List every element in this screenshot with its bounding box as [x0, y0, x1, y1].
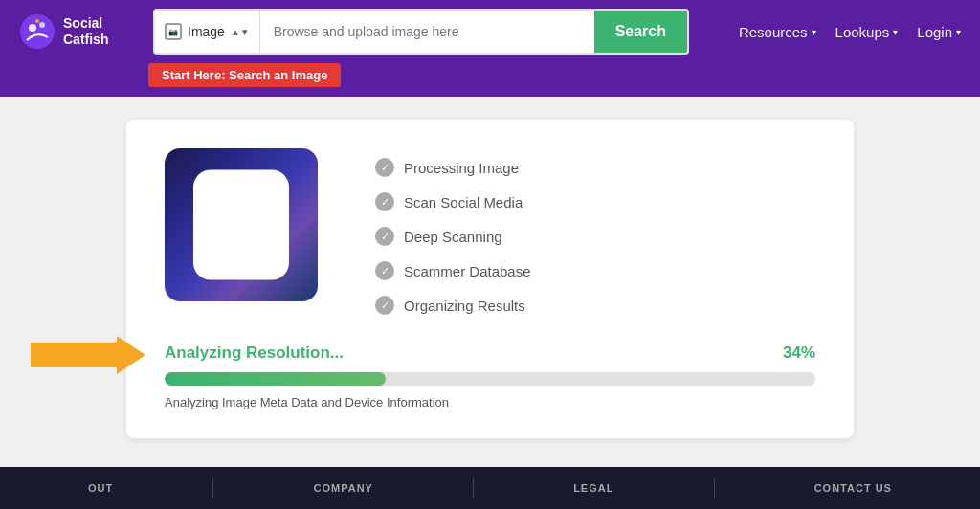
progress-bar-fill: [165, 372, 386, 386]
arrow-shape: [31, 336, 145, 374]
image-type-icon: 📷: [165, 23, 182, 40]
card-top: ✓ Processing Image ✓ Scan Social Media ✓…: [165, 148, 815, 315]
step-check-icon: ✓: [375, 261, 394, 280]
footer-item-company[interactable]: COMPANY: [314, 482, 373, 494]
image-white-card: [193, 170, 289, 280]
list-item: ✓ Processing Image: [375, 158, 531, 177]
step-check-icon: ✓: [375, 158, 394, 177]
progress-section: Analyzing Resolution... 34% Analyzing Im…: [165, 343, 815, 409]
footer-divider: [473, 478, 474, 498]
progress-subtitle: Analyzing Image Meta Data and Device Inf…: [165, 395, 815, 409]
login-arrow-icon: ▾: [956, 27, 961, 37]
step-label: Processing Image: [404, 160, 519, 176]
processing-card: ✓ Processing Image ✓ Scan Social Media ✓…: [126, 120, 854, 438]
arrow-body: [31, 343, 117, 367]
step-check-icon: ✓: [375, 227, 394, 246]
list-item: ✓ Scan Social Media: [375, 192, 531, 211]
image-preview: [165, 148, 318, 301]
arrow-indicator: [31, 336, 145, 374]
step-label: Organizing Results: [404, 298, 525, 314]
arrow-head: [117, 336, 145, 374]
resources-nav[interactable]: Resources ▾: [739, 24, 816, 40]
footer-bar: OUT COMPANY LEGAL CONTACT US: [0, 467, 980, 509]
login-nav[interactable]: Login ▾: [917, 24, 961, 40]
step-label: Scammer Database: [404, 263, 531, 279]
logo-icon: [19, 13, 56, 50]
step-label: Scan Social Media: [404, 194, 523, 210]
svg-point-3: [35, 19, 39, 23]
resources-arrow-icon: ▾: [812, 27, 816, 37]
progress-bar-background: [165, 372, 815, 386]
banner-bar: Start Here: Search an Image: [0, 63, 980, 97]
progress-title: Analyzing Resolution...: [165, 343, 344, 363]
main-content: ✓ Processing Image ✓ Scan Social Media ✓…: [0, 97, 980, 461]
logo: Social Catfish: [19, 13, 134, 50]
search-bar: 📷 Image ▲▼ Search: [153, 9, 689, 55]
list-item: ✓ Deep Scanning: [375, 227, 531, 246]
step-label: Deep Scanning: [404, 229, 502, 245]
search-input[interactable]: [260, 11, 594, 53]
step-check-icon: ✓: [375, 296, 394, 315]
list-item: ✓ Scammer Database: [375, 261, 531, 280]
footer-item-legal[interactable]: LEGAL: [573, 482, 613, 494]
footer-divider: [714, 478, 715, 498]
footer-item-contact[interactable]: CONTACT US: [814, 482, 892, 494]
lookups-nav[interactable]: Lookups ▾: [835, 24, 899, 40]
progress-percent: 34%: [783, 343, 815, 363]
steps-list: ✓ Processing Image ✓ Scan Social Media ✓…: [375, 148, 531, 315]
lookups-arrow-icon: ▾: [893, 27, 898, 37]
progress-header: Analyzing Resolution... 34%: [165, 343, 815, 363]
chevron-down-icon: ▲▼: [231, 27, 250, 37]
nav-links: Resources ▾ Lookups ▾ Login ▾: [739, 24, 961, 40]
svg-point-1: [29, 24, 36, 32]
search-button[interactable]: Search: [594, 11, 687, 53]
step-check-icon: ✓: [375, 192, 394, 211]
footer-divider: [212, 478, 213, 498]
start-badge[interactable]: Start Here: Search an Image: [148, 63, 341, 87]
list-item: ✓ Organizing Results: [375, 296, 531, 315]
logo-text: Social Catfish: [63, 15, 108, 48]
search-type-select[interactable]: 📷 Image ▲▼: [155, 11, 260, 53]
search-type-label: Image: [188, 24, 225, 39]
svg-point-2: [39, 22, 45, 28]
header: Social Catfish 📷 Image ▲▼ Search Resourc…: [0, 0, 980, 63]
footer-item-about[interactable]: OUT: [88, 482, 113, 494]
